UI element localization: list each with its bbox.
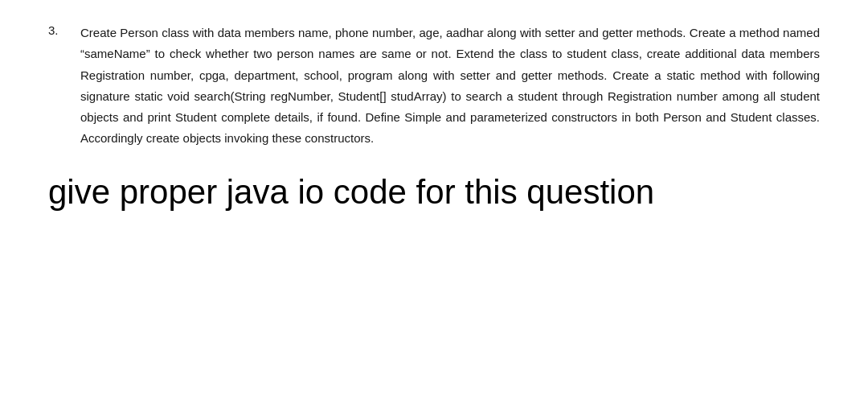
question-section: 3. Create Person class with data members… — [48, 23, 820, 150]
question-body: Create Person class with data members na… — [80, 23, 820, 150]
prompt-text: give proper java io code for this questi… — [48, 172, 820, 212]
question-number: 3. — [48, 23, 80, 150]
